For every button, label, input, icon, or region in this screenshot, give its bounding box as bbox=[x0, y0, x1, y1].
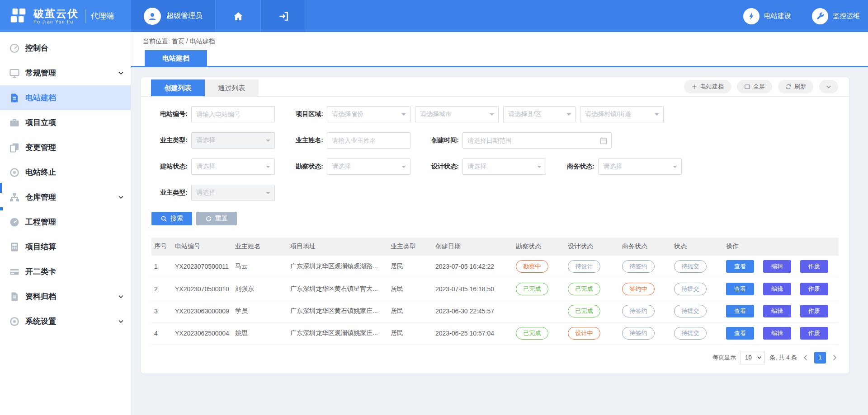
reset-button[interactable]: 重置 bbox=[196, 212, 237, 225]
status-badge: 待提交 bbox=[674, 327, 707, 340]
address-cell: 广东深圳龙华区观澜镇姚家庄... bbox=[288, 322, 388, 344]
filter-buttons: 搜索 重置 bbox=[151, 212, 849, 225]
sidebar: 控制台 常规管理 电站建档 项目立项 bbox=[0, 32, 131, 415]
topbar-right-nav: 电站建设 监控运维 bbox=[743, 0, 860, 32]
chevron-down-icon bbox=[118, 293, 124, 300]
nav-station-build-label: 电站建设 bbox=[764, 12, 791, 20]
design-status-select[interactable]: 请选择 bbox=[462, 159, 546, 175]
fullscreen-button[interactable]: 全屏 bbox=[737, 80, 772, 93]
lightning-icon bbox=[747, 12, 756, 21]
status-badge: 待签约 bbox=[622, 305, 655, 317]
brand-name: 破茧云伏 bbox=[33, 8, 79, 19]
table-row: 4 YX2023062500004 姚思 广东深圳龙华区观澜镇姚家庄... 居民… bbox=[151, 322, 839, 344]
sidebar-item-engineering-mgmt[interactable]: 工程管理 bbox=[0, 210, 131, 234]
survey-cell: 勘察中 bbox=[513, 256, 565, 278]
reset-icon bbox=[205, 215, 212, 222]
tab-create-list[interactable]: 创建列表 bbox=[151, 79, 205, 96]
wrench-icon bbox=[816, 12, 825, 20]
logout-button[interactable] bbox=[261, 0, 306, 32]
ops-cell: 查看 编辑 作废 bbox=[723, 256, 839, 278]
sidebar-item-project-settlement[interactable]: 项目结算 bbox=[0, 234, 131, 259]
status-badge: 已完成 bbox=[516, 327, 548, 340]
nav-monitor-ops-label: 监控运维 bbox=[833, 12, 860, 20]
sidebar-item-change-mgmt[interactable]: 变更管理 bbox=[0, 135, 131, 160]
tab-passed-list[interactable]: 通过列表 bbox=[205, 79, 259, 96]
monitor-icon bbox=[9, 68, 20, 79]
edit-button[interactable]: 编辑 bbox=[763, 305, 791, 317]
owner-type-2-select[interactable]: 请选择 bbox=[191, 185, 275, 201]
view-button[interactable]: 查看 bbox=[726, 305, 754, 317]
sidebar-item-data-archive[interactable]: 资料归档 bbox=[0, 284, 131, 309]
per-page-select[interactable]: 10 bbox=[741, 351, 765, 364]
topbar: 破茧云伏 Po Jian Yun Fu 代理端 超级管理员 bbox=[0, 0, 868, 32]
status-badge: 待提交 bbox=[674, 283, 707, 295]
province-select[interactable]: 请选择省份 bbox=[327, 106, 410, 122]
dashboard-icon bbox=[9, 43, 20, 54]
search-button[interactable]: 搜索 bbox=[151, 212, 192, 225]
filter-form: 电站编号: 项目区域: 请选择省份 请选择城市 请选择县/区 请选择村镇/街道 … bbox=[141, 97, 849, 201]
city-select[interactable]: 请选择城市 bbox=[415, 106, 499, 122]
void-button[interactable]: 作废 bbox=[800, 327, 828, 340]
copy-icon bbox=[9, 142, 20, 153]
view-button[interactable]: 查看 bbox=[726, 283, 754, 295]
view-button[interactable]: 查看 bbox=[726, 260, 754, 273]
collapse-toolbar-button[interactable] bbox=[819, 80, 838, 93]
sidebar-item-project-initiation[interactable]: 项目立项 bbox=[0, 110, 131, 135]
status-cell: 待提交 bbox=[671, 256, 723, 278]
design-cell: 已完成 bbox=[565, 278, 619, 300]
date-range-input[interactable] bbox=[462, 132, 612, 149]
sidebar-item-type2-card[interactable]: 开二类卡 bbox=[0, 259, 131, 284]
page-number-1[interactable]: 1 bbox=[814, 352, 826, 364]
add-station-button[interactable]: 电站建档 bbox=[684, 80, 731, 93]
edit-button[interactable]: 编辑 bbox=[763, 327, 791, 340]
village-select[interactable]: 请选择村镇/街道 bbox=[580, 106, 664, 122]
header-design: 设计状态 bbox=[565, 238, 619, 256]
created-time-label: 创建时间: bbox=[423, 136, 462, 145]
sidebar-item-warehouse-mgmt[interactable]: 仓库管理 bbox=[0, 185, 131, 210]
nav-station-build[interactable]: 电站建设 bbox=[743, 8, 791, 24]
user-menu[interactable]: 超级管理员 bbox=[131, 0, 216, 32]
chevron-down-icon bbox=[826, 84, 832, 90]
design-cell: 已完成 bbox=[565, 300, 619, 322]
build-status-select[interactable]: 请选择 bbox=[191, 159, 275, 175]
status-badge: 待签约 bbox=[622, 327, 655, 340]
survey-status-select[interactable]: 请选择 bbox=[327, 159, 410, 175]
void-button[interactable]: 作废 bbox=[800, 283, 828, 295]
next-page-button[interactable] bbox=[830, 354, 839, 362]
refresh-button[interactable]: 刷新 bbox=[778, 80, 813, 93]
void-button[interactable]: 作废 bbox=[800, 305, 828, 317]
sidebar-item-system-settings[interactable]: 系统设置 bbox=[0, 309, 131, 334]
owner-type-select[interactable]: 请选择 bbox=[191, 132, 275, 149]
void-button[interactable]: 作废 bbox=[800, 260, 828, 273]
sidebar-item-general-mgmt[interactable]: 常规管理 bbox=[0, 61, 131, 85]
dropdown-arrow-icon bbox=[673, 166, 677, 170]
sidebar-item-station-archive[interactable]: 电站建档 bbox=[0, 85, 131, 110]
home-button[interactable] bbox=[216, 0, 261, 32]
sidebar-item-console[interactable]: 控制台 bbox=[0, 36, 131, 61]
dropdown-arrow-icon bbox=[537, 166, 542, 170]
business-cell: 待签约 bbox=[619, 300, 671, 322]
chevron-down-icon bbox=[118, 318, 124, 325]
business-status-select[interactable]: 请选择 bbox=[598, 159, 682, 175]
edit-button[interactable]: 编辑 bbox=[763, 283, 791, 295]
edit-button[interactable]: 编辑 bbox=[763, 260, 791, 273]
view-button[interactable]: 查看 bbox=[726, 327, 754, 340]
station-code-input[interactable] bbox=[191, 106, 275, 122]
nav-monitor-ops[interactable]: 监控运维 bbox=[812, 8, 860, 24]
owner-name-input[interactable] bbox=[327, 132, 410, 149]
owner-cell: 学员 bbox=[232, 300, 288, 322]
archive-file-icon bbox=[9, 291, 20, 302]
status-badge: 设计中 bbox=[568, 327, 600, 340]
briefcase-icon bbox=[9, 117, 20, 128]
ops-cell: 查看 编辑 作废 bbox=[723, 322, 839, 344]
header-code: 电站编号 bbox=[172, 238, 232, 256]
prev-page-button[interactable] bbox=[802, 354, 810, 362]
code-cell: YX2023063000009 bbox=[172, 300, 232, 322]
county-select[interactable]: 请选择县/区 bbox=[503, 106, 576, 122]
sidebar-item-station-termination[interactable]: 电站终止 bbox=[0, 160, 131, 185]
brand-divider bbox=[85, 9, 85, 23]
build-status-label: 建站状态: bbox=[151, 163, 191, 171]
page-tab-station-archive[interactable]: 电站建档 bbox=[145, 50, 207, 66]
business-status-label: 商务状态: bbox=[558, 163, 598, 171]
ops-cell: 查看 编辑 作废 bbox=[723, 300, 839, 322]
